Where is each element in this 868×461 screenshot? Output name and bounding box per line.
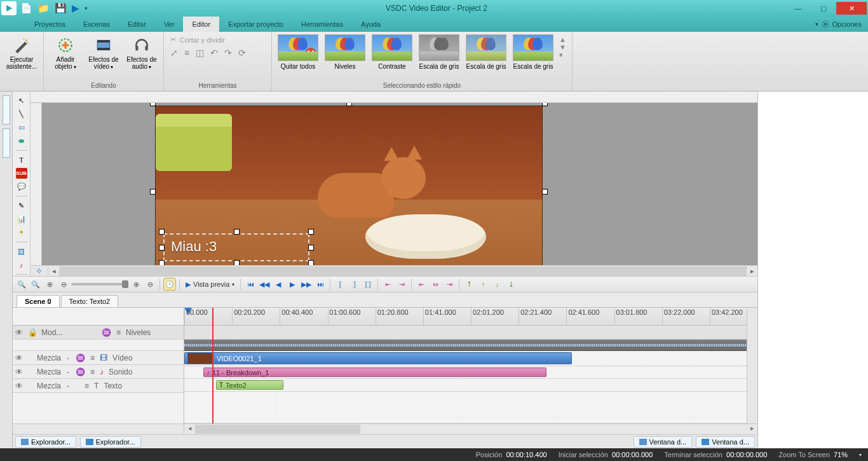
tool-brush-icon[interactable]: ✎: [16, 200, 27, 211]
goto-end-icon[interactable]: ⏭: [314, 278, 327, 291]
order-bottom-icon[interactable]: ⤓: [505, 278, 517, 291]
align-left-icon[interactable]: ⇤: [415, 278, 428, 291]
mark-in-icon[interactable]: ⟦: [334, 278, 346, 291]
audio-effects-button[interactable]: Efectos de audio: [124, 34, 159, 71]
tab-texto[interactable]: Texto: Texto2: [61, 295, 119, 307]
order-down-icon[interactable]: ↓: [491, 278, 503, 291]
track-audio[interactable]: 11 - Breakdown_1: [184, 366, 757, 379]
style-gris-2[interactable]: Escala de gris: [464, 34, 508, 71]
video-object[interactable]: Miau :3: [155, 106, 543, 265]
clock-icon[interactable]: 🕒: [163, 278, 176, 291]
menu-escenas[interactable]: Escenas: [74, 17, 119, 32]
add-object-button[interactable]: Añadir objeto: [48, 34, 83, 71]
track-master[interactable]: [184, 326, 757, 340]
preview-scrollbar-h[interactable]: ✥ ◂▸: [31, 265, 757, 276]
qat-play-icon[interactable]: ▶: [72, 3, 79, 14]
track-header-video[interactable]: 👁 Mezcla⌄ ♒≡ 🎞 Vídeo: [13, 351, 184, 365]
panel-explorador-2[interactable]: Explorador...: [80, 436, 141, 448]
order-up-icon[interactable]: ↑: [477, 278, 489, 291]
track-header-master[interactable]: 👁🔒 Mod... ♒≡ Niveles: [13, 326, 184, 340]
tool-resize-icon[interactable]: ⤢: [170, 48, 178, 58]
style-gris-1[interactable]: Escala de gris: [417, 34, 461, 71]
menu-proyectos[interactable]: Proyectos: [25, 17, 74, 32]
wave-icon[interactable]: ♒: [99, 328, 114, 337]
timeline-tracks-area[interactable]: 00.00000:20.20000:40.40001:00.60001:20.8…: [184, 308, 757, 423]
time-ruler[interactable]: 00.00000:20.20000:40.40001:00.60001:20.8…: [184, 308, 757, 326]
preview-stage[interactable]: Miau :3: [42, 103, 757, 265]
tool-chart-icon[interactable]: 📊: [16, 214, 27, 224]
tool-rect-icon[interactable]: ▭: [16, 122, 27, 133]
text-object[interactable]: Miau :3: [163, 233, 309, 261]
tool-line-icon[interactable]: ╲: [16, 109, 27, 120]
menu-herramientas[interactable]: Herramientas: [292, 17, 352, 32]
menu-editar[interactable]: Editar: [119, 17, 155, 32]
track-empty[interactable]: [184, 392, 757, 423]
playhead-line[interactable]: [212, 308, 214, 423]
close-button[interactable]: ✕: [836, 2, 867, 15]
panel-ventana-1[interactable]: Ventana d...: [634, 436, 693, 448]
menu-options[interactable]: ▾ Opciones: [815, 17, 868, 32]
pan-icon[interactable]: ✥: [31, 267, 48, 275]
tool-audio-icon[interactable]: ♪: [16, 259, 27, 270]
tool-cursor-icon[interactable]: ↖: [16, 95, 27, 106]
clip-audio[interactable]: 11 - Breakdown_1: [203, 368, 546, 377]
menu-editor[interactable]: Editor: [183, 17, 219, 32]
tool-ellipse-icon[interactable]: ⬬: [16, 135, 27, 146]
mark-out-icon[interactable]: ⟧: [348, 278, 360, 291]
clip-text[interactable]: Texto2: [216, 380, 283, 390]
zoom-minus-icon[interactable]: ⊖: [57, 278, 70, 291]
zoom-plus-icon[interactable]: ⊕: [43, 278, 56, 291]
status-dropdown-icon[interactable]: ▾: [859, 452, 862, 458]
style-contraste[interactable]: Contraste: [370, 34, 414, 71]
goto-start-icon[interactable]: ⏮: [244, 278, 257, 291]
zoom-slider[interactable]: [71, 283, 128, 286]
zoom-fit-minus-icon[interactable]: ⊖: [144, 278, 156, 291]
clip-video[interactable]: VIDEO0021_1: [184, 352, 572, 364]
select-range-icon[interactable]: ⟦⟧: [362, 278, 374, 291]
style-quitar-todos[interactable]: Quitar todos: [276, 34, 320, 71]
link-back-icon[interactable]: ⇤: [381, 278, 394, 291]
tool-crop-icon[interactable]: ◫: [196, 48, 204, 58]
prev-frame-icon[interactable]: ◀◀: [258, 278, 271, 291]
menu-ayuda[interactable]: Ayuda: [352, 17, 390, 32]
waveform-overview[interactable]: [184, 340, 757, 351]
style-niveles[interactable]: Niveles: [323, 34, 367, 71]
tool-rotate-left-icon[interactable]: ↶: [210, 48, 218, 58]
tool-subtitle-icon[interactable]: SUB: [16, 168, 27, 179]
step-back-icon[interactable]: ◀: [272, 278, 285, 291]
panel-explorador-1[interactable]: Explorador...: [15, 436, 76, 448]
tool-text-icon[interactable]: T: [16, 155, 27, 165]
lock-icon[interactable]: 🔒: [25, 328, 40, 337]
timeline-scrollbar-h[interactable]: ◂▸: [13, 423, 757, 434]
tool-tooltip-icon[interactable]: 💬: [16, 181, 27, 192]
qat-new-icon[interactable]: 📄: [20, 3, 32, 14]
tool-rotate-right-icon[interactable]: ↷: [224, 48, 232, 58]
panel-ventana-2[interactable]: Ventana d...: [696, 436, 755, 448]
align-right-icon[interactable]: ⇥: [443, 278, 456, 291]
minimize-button[interactable]: —: [785, 2, 811, 15]
eye-icon[interactable]: 👁: [13, 328, 25, 337]
dock-tab-2[interactable]: [3, 128, 10, 158]
track-header-text[interactable]: 👁 Mezcla⌄ ≡ T Texto: [13, 379, 184, 393]
tool-shape-icon[interactable]: ✦: [16, 227, 27, 238]
video-effects-button[interactable]: Efectos de vídeo: [86, 34, 121, 71]
style-gris-3[interactable]: Escala de gris: [511, 34, 555, 71]
bars-icon[interactable]: ≡: [114, 328, 123, 337]
align-center-icon[interactable]: ⇔: [429, 278, 442, 291]
tool-refresh-icon[interactable]: ⟳: [238, 48, 246, 58]
cut-split-button[interactable]: ✂ Cortar y dividir: [168, 34, 268, 48]
preview-button[interactable]: ▶Vista previa▾: [183, 280, 237, 289]
track-video[interactable]: VIDEO0021_1: [184, 351, 757, 366]
next-frame-icon[interactable]: ▶▶: [300, 278, 313, 291]
menu-ver[interactable]: Ver: [155, 17, 184, 32]
qat-save-icon[interactable]: 💾: [55, 3, 67, 14]
track-text[interactable]: Texto2: [184, 379, 757, 392]
link-fwd-icon[interactable]: ⇥: [395, 278, 408, 291]
tool-align-icon[interactable]: ≡: [184, 48, 189, 58]
zoom-fit-plus-icon[interactable]: ⊕: [130, 278, 142, 291]
qat-open-icon[interactable]: 📁: [37, 3, 50, 14]
track-header-audio[interactable]: 👁 Mezcla⌄ ♒≡ ♪ Sonido: [13, 365, 184, 379]
order-top-icon[interactable]: ⤒: [463, 278, 475, 291]
style-gallery-scroll[interactable]: ▲▼▾: [558, 34, 568, 71]
run-wizard-button[interactable]: Ejecutar asistente...: [4, 34, 39, 70]
